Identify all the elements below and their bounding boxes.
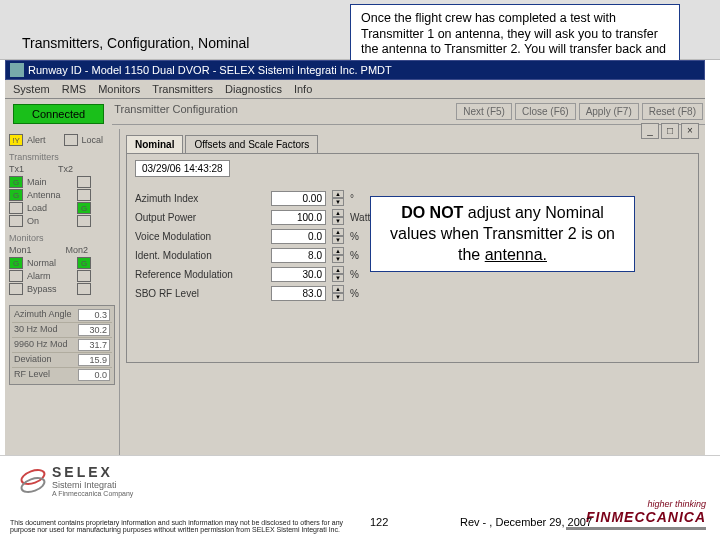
mon-row-alarm: Alarm <box>27 271 73 281</box>
mon1-col: Mon1 <box>9 245 32 255</box>
mon-row-bypass: Bypass <box>27 284 73 294</box>
callout-mid-text2: antenna. <box>485 246 547 263</box>
local-label: Local <box>82 135 104 145</box>
tx1-load-ind <box>9 202 23 214</box>
param-value[interactable]: 0.00 <box>271 191 326 206</box>
mon-header: Monitors <box>9 233 115 243</box>
menu-system[interactable]: System <box>13 83 50 95</box>
param-label: Azimuth Index <box>135 193 265 204</box>
param-label: Voice Modulation <box>135 231 265 242</box>
param-sbo-rf: SBO RF Level 83.0 ▲▼ % <box>135 285 690 301</box>
selex-mark-icon <box>20 468 46 494</box>
close-button[interactable]: × <box>681 123 699 139</box>
param-value[interactable]: 83.0 <box>271 286 326 301</box>
callout-mid-bold: DO NOT <box>401 204 463 221</box>
tx2-on-ind <box>77 215 91 227</box>
mon1-alarm-ind <box>9 270 23 282</box>
window-titlebar: Runway ID - Model 1150 Dual DVOR - SELEX… <box>5 60 705 80</box>
menu-monitors[interactable]: Monitors <box>98 83 140 95</box>
spinner-icon[interactable]: ▲▼ <box>332 209 344 225</box>
tx1-antenna-ind: G <box>9 189 23 201</box>
tab-offsets[interactable]: Offsets and Scale Factors <box>185 135 318 153</box>
alert-label: Alert <box>27 135 46 145</box>
tx1-main-ind: G <box>9 176 23 188</box>
mon1-bypass-ind <box>9 283 23 295</box>
tx-header: Transmitters <box>9 152 115 162</box>
spinner-icon[interactable]: ▲▼ <box>332 228 344 244</box>
param-label: Output Power <box>135 212 265 223</box>
selex-sub1: Sistemi Integrati <box>52 480 133 490</box>
alert-indicator: !Y <box>9 134 23 146</box>
fin-tagline: higher thinking <box>566 499 706 509</box>
rf-panel: Azimuth Angle0.3 30 Hz Mod30.2 9960 Hz M… <box>9 305 115 385</box>
proprietary-note: This document contains proprietary infor… <box>10 519 350 534</box>
tx2-main-ind <box>77 176 91 188</box>
mon-row-normal: Normal <box>27 258 73 268</box>
logo-selex: SELEX Sistemi Integrati A Finmeccanica C… <box>20 464 133 497</box>
selex-sub2: A Finmeccanica Company <box>52 490 133 497</box>
rf-azimuth-value: 0.3 <box>78 309 110 321</box>
tx2-antenna-ind <box>77 189 91 201</box>
tx-row-main: Main <box>27 177 73 187</box>
timestamp-field: 03/29/06 14:43:28 <box>135 160 230 177</box>
footer: SELEX Sistemi Integrati A Finmeccanica C… <box>0 455 720 540</box>
mon1-normal-ind: G <box>9 257 23 269</box>
mon2-alarm-ind <box>77 270 91 282</box>
mon2-col: Mon2 <box>66 245 89 255</box>
rf-9960hz-label: 9960 Hz Mod <box>14 339 68 351</box>
param-label: Ident. Modulation <box>135 250 265 261</box>
menu-diagnostics[interactable]: Diagnostics <box>225 83 282 95</box>
param-value[interactable]: 8.0 <box>271 248 326 263</box>
menu-rms[interactable]: RMS <box>62 83 86 95</box>
param-value[interactable]: 0.0 <box>271 229 326 244</box>
param-value[interactable]: 30.0 <box>271 267 326 282</box>
tx-row-on: On <box>27 216 73 226</box>
sidebar: !Y Alert Local Transmitters Tx1 Tx2 GMai… <box>5 129 120 469</box>
rf-azimuth-label: Azimuth Angle <box>14 309 72 321</box>
param-value[interactable]: 100.0 <box>271 210 326 225</box>
revision-date: Rev - , December 29, 2007 <box>460 516 592 528</box>
breadcrumb: Transmitters, Configuration, Nominal <box>22 35 249 51</box>
next-button[interactable]: Next (F5) <box>456 103 512 120</box>
tab-nominal[interactable]: Nominal <box>126 135 183 153</box>
local-indicator <box>64 134 78 146</box>
spinner-icon[interactable]: ▲▼ <box>332 285 344 301</box>
mon2-normal-ind: G <box>77 257 91 269</box>
rf-level-label: RF Level <box>14 369 50 381</box>
spinner-icon[interactable]: ▲▼ <box>332 190 344 206</box>
tx1-col: Tx1 <box>9 164 24 174</box>
window-title: Runway ID - Model 1150 Dual DVOR - SELEX… <box>28 64 392 76</box>
rf-deviation-label: Deviation <box>14 354 52 366</box>
app-icon <box>10 63 24 77</box>
rf-deviation-value: 15.9 <box>78 354 110 366</box>
page-number: 122 <box>370 516 388 528</box>
close-panel-button[interactable]: Close (F6) <box>515 103 576 120</box>
apply-button[interactable]: Apply (F7) <box>579 103 639 120</box>
rf-30hz-label: 30 Hz Mod <box>14 324 58 336</box>
spinner-icon[interactable]: ▲▼ <box>332 266 344 282</box>
maximize-button[interactable]: □ <box>661 123 679 139</box>
mon2-bypass-ind <box>77 283 91 295</box>
menu-info[interactable]: Info <box>294 83 312 95</box>
param-unit: % <box>350 288 390 299</box>
tx2-col: Tx2 <box>58 164 73 174</box>
spinner-icon[interactable]: ▲▼ <box>332 247 344 263</box>
rf-level-value: 0.0 <box>78 369 110 381</box>
status-connected: Connected <box>13 104 104 124</box>
rf-9960hz-value: 31.7 <box>78 339 110 351</box>
minimize-button[interactable]: _ <box>641 123 659 139</box>
tx2-load-ind: G <box>77 202 91 214</box>
menu-transmitters[interactable]: Transmitters <box>152 83 213 95</box>
menubar: System RMS Monitors Transmitters Diagnos… <box>5 80 705 99</box>
reset-button[interactable]: Reset (F8) <box>642 103 703 120</box>
param-label: SBO RF Level <box>135 288 265 299</box>
main-pane: Nominal Offsets and Scale Factors 03/29/… <box>120 129 705 469</box>
selex-name: SELEX <box>52 464 113 480</box>
tx-row-load: Load <box>27 203 73 213</box>
tx-row-antenna: Antenna <box>27 190 73 200</box>
tx1-on-ind <box>9 215 23 227</box>
panel-title: Transmitter Configuration <box>114 103 238 120</box>
callout-warning-mid: DO NOT adjust any Nominal values when Tr… <box>370 196 635 272</box>
param-label: Reference Modulation <box>135 269 265 280</box>
rf-30hz-value: 30.2 <box>78 324 110 336</box>
